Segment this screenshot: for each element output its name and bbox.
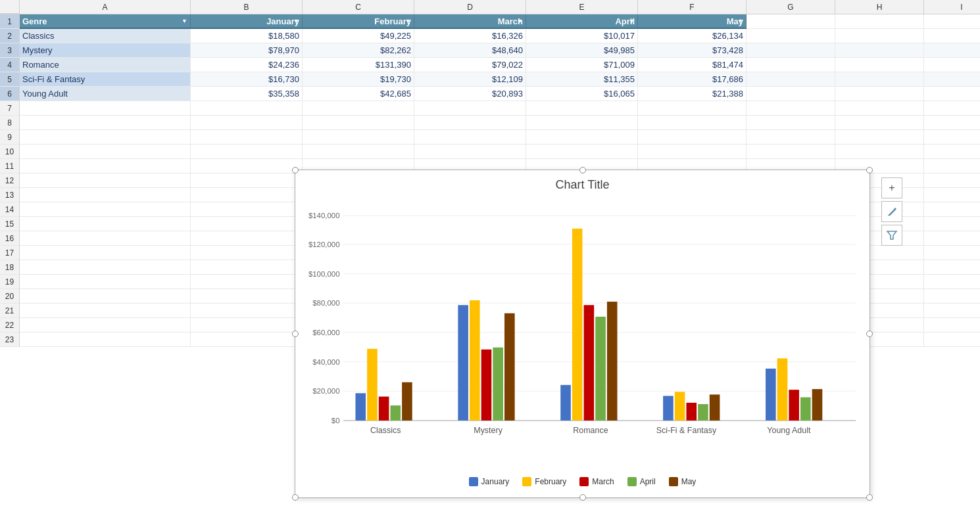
cell-youngadult-may[interactable]: $21,388 — [638, 87, 747, 101]
cell-scifi-feb[interactable]: $19,730 — [303, 72, 414, 87]
cell-classics-feb[interactable]: $49,225 — [303, 29, 414, 43]
cell-mystery-i[interactable] — [924, 43, 980, 58]
cell-youngadult-h[interactable] — [835, 87, 924, 101]
cell-mystery-apr[interactable]: $49,985 — [526, 43, 638, 58]
row-num-9[interactable]: 9 — [0, 130, 20, 145]
cell-romance-g[interactable] — [747, 58, 835, 72]
header-i-empty[interactable] — [924, 14, 980, 29]
cell-romance-mar[interactable]: $79,022 — [414, 58, 526, 72]
header-january[interactable]: January ▼ — [191, 14, 303, 29]
cell-mystery-genre[interactable]: Mystery — [20, 43, 191, 58]
row-num-3[interactable]: 3 — [0, 43, 20, 58]
resize-handle-bc[interactable] — [579, 494, 586, 501]
row-num-7[interactable]: 7 — [0, 101, 20, 116]
resize-handle-tl[interactable] — [292, 167, 299, 173]
cell-youngadult-apr[interactable]: $16,065 — [526, 87, 638, 101]
cell-classics-jan[interactable]: $18,580 — [191, 29, 303, 43]
may-dropdown-icon[interactable]: ▼ — [737, 18, 743, 24]
resize-handle-tc[interactable] — [579, 167, 586, 173]
cell-classics-h[interactable] — [835, 29, 924, 43]
row-num-21[interactable]: 21 — [0, 304, 20, 318]
cell-mystery-jan[interactable]: $78,970 — [191, 43, 303, 58]
col-header-d[interactable]: D — [414, 0, 526, 14]
resize-handle-lc[interactable] — [292, 331, 299, 337]
cell-romance-i[interactable] — [924, 58, 980, 72]
cell-mystery-mar[interactable]: $48,640 — [414, 43, 526, 58]
header-april[interactable]: April ▼ — [526, 14, 638, 29]
cell-mystery-feb[interactable]: $82,262 — [303, 43, 414, 58]
chart-filter-button[interactable] — [881, 225, 902, 246]
row-num-11[interactable]: 11 — [0, 159, 20, 173]
row-num-4[interactable]: 4 — [0, 58, 20, 72]
january-dropdown-icon[interactable]: ▼ — [293, 18, 299, 24]
cell-romance-feb[interactable]: $131,390 — [303, 58, 414, 72]
cell-mystery-may[interactable]: $73,428 — [638, 43, 747, 58]
cell-scifi-g[interactable] — [747, 72, 835, 87]
header-march[interactable]: March ▼ — [414, 14, 526, 29]
cell-scifi-apr[interactable]: $11,355 — [526, 72, 638, 87]
february-dropdown-icon[interactable]: ▼ — [405, 18, 411, 24]
cell-romance-h[interactable] — [835, 58, 924, 72]
cell-mystery-g[interactable] — [747, 43, 835, 58]
april-dropdown-icon[interactable]: ▼ — [629, 18, 635, 24]
cell-scifi-h[interactable] — [835, 72, 924, 87]
cell-classics-may[interactable]: $26,134 — [638, 29, 747, 43]
chart-style-button[interactable] — [881, 201, 902, 222]
cell-romance-apr[interactable]: $71,009 — [526, 58, 638, 72]
row-num-14[interactable]: 14 — [0, 202, 20, 217]
row-num-16[interactable]: 16 — [0, 231, 20, 246]
row-num-2[interactable]: 2 — [0, 29, 20, 43]
row-num-13[interactable]: 13 — [0, 188, 20, 202]
resize-handle-rc[interactable] — [866, 331, 873, 337]
cell-classics-apr[interactable]: $10,017 — [526, 29, 638, 43]
row-num-15[interactable]: 15 — [0, 217, 20, 231]
header-g-empty[interactable] — [747, 14, 835, 29]
cell-classics-genre[interactable]: Classics — [20, 29, 191, 43]
march-dropdown-icon[interactable]: ▼ — [517, 18, 523, 24]
cell-youngadult-feb[interactable]: $42,685 — [303, 87, 414, 101]
row-num-17[interactable]: 17 — [0, 246, 20, 260]
header-may[interactable]: May ▼ — [638, 14, 747, 29]
row-num-10[interactable]: 10 — [0, 145, 20, 159]
row-num-20[interactable]: 20 — [0, 289, 20, 304]
cell-scifi-genre[interactable]: Sci-Fi & Fantasy — [20, 72, 191, 87]
resize-handle-bl[interactable] — [292, 494, 299, 501]
cell-romance-jan[interactable]: $24,236 — [191, 58, 303, 72]
chart-add-button[interactable]: + — [881, 177, 902, 198]
cell-youngadult-genre[interactable]: Young Adult — [20, 87, 191, 101]
cell-classics-g[interactable] — [747, 29, 835, 43]
row-num-23[interactable]: 23 — [0, 332, 20, 347]
row-num-6[interactable]: 6 — [0, 87, 20, 101]
cell-scifi-jan[interactable]: $16,730 — [191, 72, 303, 87]
resize-handle-br[interactable] — [866, 494, 873, 501]
col-header-h[interactable]: H — [835, 0, 924, 14]
cell-youngadult-i[interactable] — [924, 87, 980, 101]
row-num-18[interactable]: 18 — [0, 260, 20, 275]
header-february[interactable]: February ▼ — [303, 14, 414, 29]
cell-romance-may[interactable]: $81,474 — [638, 58, 747, 72]
cell-scifi-may[interactable]: $17,686 — [638, 72, 747, 87]
cell-scifi-mar[interactable]: $12,109 — [414, 72, 526, 87]
cell-youngadult-g[interactable] — [747, 87, 835, 101]
col-header-i[interactable]: I — [924, 0, 980, 14]
col-header-f[interactable]: F — [638, 0, 747, 14]
row-num-1[interactable]: 1 — [0, 14, 20, 29]
cell-youngadult-mar[interactable]: $20,893 — [414, 87, 526, 101]
cell-scifi-i[interactable] — [924, 72, 980, 87]
row-num-5[interactable]: 5 — [0, 72, 20, 87]
chart-container[interactable]: Chart Title $0 $20,000 $40,000 — [295, 170, 870, 498]
cell-youngadult-jan[interactable]: $35,358 — [191, 87, 303, 101]
row-num-8[interactable]: 8 — [0, 116, 20, 130]
row-num-22[interactable]: 22 — [0, 318, 20, 332]
col-header-c[interactable]: C — [303, 0, 414, 14]
cell-classics-mar[interactable]: $16,326 — [414, 29, 526, 43]
col-header-g[interactable]: G — [747, 0, 835, 14]
col-header-e[interactable]: E — [526, 0, 638, 14]
cell-mystery-h[interactable] — [835, 43, 924, 58]
resize-handle-tr[interactable] — [866, 167, 873, 173]
col-header-b[interactable]: B — [191, 0, 303, 14]
header-genre[interactable]: Genre ▼ — [20, 14, 191, 29]
header-h-empty[interactable] — [835, 14, 924, 29]
col-header-a[interactable]: A — [20, 0, 191, 14]
row-num-19[interactable]: 19 — [0, 275, 20, 289]
